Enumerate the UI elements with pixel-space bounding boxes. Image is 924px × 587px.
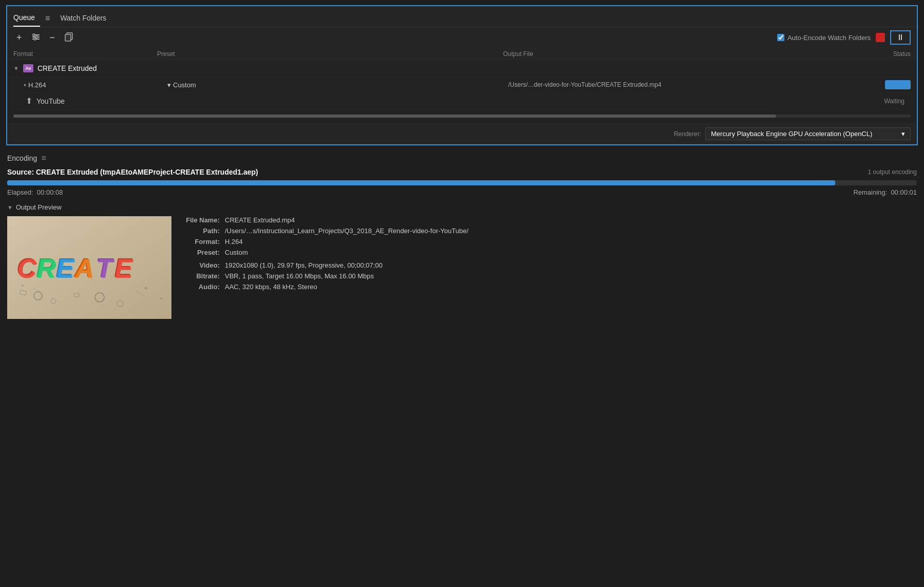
encoding-header: Encoding ≡ <box>7 154 917 163</box>
record-button[interactable] <box>876 33 885 42</box>
encoding-progress-fill <box>7 180 835 185</box>
queue-publish-row: ⬆ YouTube Waiting <box>7 93 917 109</box>
col-output-file: Output File <box>503 50 849 58</box>
encoding-title: Encoding <box>7 154 37 162</box>
toolbar-right: Auto-Encode Watch Folders ⏸ <box>777 30 911 45</box>
preview-title: Output Preview <box>16 203 62 211</box>
queue-subitem: ▾ H.264 ▾ Custom /Users/…der-video-for-Y… <box>7 77 917 93</box>
remove-item-button[interactable]: − <box>47 32 59 43</box>
col-format: Format <box>13 50 157 58</box>
queue-progress-container <box>7 109 917 123</box>
audio-value: AAC, 320 kbps, 48 kHz, Stereo <box>225 283 317 291</box>
queue-item-group: ▼ Ae CREATE Extruded ▾ H.264 ▾ Custom /U… <box>7 60 917 109</box>
encoding-progress-track <box>7 180 917 185</box>
preset-label: Preset: <box>184 249 220 256</box>
queue-progress-track <box>13 115 911 118</box>
renderer-label: Renderer: <box>674 130 701 138</box>
encoding-panel: Encoding ≡ Source: CREATE Extruded (tmpA… <box>0 148 924 587</box>
info-row-video: Video: 1920x1080 (1.0), 29.97 fps, Progr… <box>184 261 917 269</box>
col-status: Status <box>849 50 911 58</box>
svg-point-5 <box>34 38 36 40</box>
tab-watch-folders[interactable]: Watch Folders <box>60 11 111 26</box>
add-item-button[interactable]: + <box>13 32 25 43</box>
output-preview-section: ▼ Output Preview <box>7 203 917 319</box>
settings-button[interactable] <box>28 31 44 44</box>
col-preset: Preset <box>157 50 503 58</box>
encoding-menu-icon[interactable]: ≡ <box>41 154 46 163</box>
renderer-chevron-icon: ▾ <box>901 130 905 138</box>
queue-toolbar: + − <box>7 27 917 48</box>
youtube-label: YouTube <box>36 97 65 105</box>
preset-cell[interactable]: ▾ Custom <box>167 81 508 89</box>
format-value: H.264 <box>225 238 243 245</box>
path-label: Path: <box>184 227 220 235</box>
info-row-path: Path: /Users/…s/Instructional_Learn_Proj… <box>184 227 917 235</box>
queue-progress-fill <box>13 115 776 118</box>
encoding-status-bar <box>885 80 911 89</box>
renderer-dropdown[interactable]: Mercury Playback Engine GPU Acceleration… <box>705 127 911 140</box>
svg-point-4 <box>35 36 37 38</box>
pause-button[interactable]: ⏸ <box>890 30 911 45</box>
auto-encode-label[interactable]: Auto-Encode Watch Folders <box>777 34 871 42</box>
item-title-text: CREATE Extruded <box>37 64 97 72</box>
waiting-status: Waiting <box>884 98 911 105</box>
source-row: Source: CREATE Extruded (tmpAEtoAMEProje… <box>7 168 917 176</box>
output-file-cell: /Users/…der-video-for-YouTube/CREATE Ext… <box>508 81 849 88</box>
filename-value: CREATE Extruded.mp4 <box>225 216 295 224</box>
svg-text:A: A <box>74 254 94 283</box>
main-container: Queue ≡ Watch Folders + − <box>0 0 924 587</box>
thumbnail-svg: C C R R E E A A T T <box>7 216 171 319</box>
status-cell <box>849 80 911 89</box>
preset-value: Custom <box>173 81 196 89</box>
svg-point-3 <box>33 34 35 36</box>
svg-point-29 <box>22 285 24 287</box>
upload-icon: ⬆ <box>26 96 32 106</box>
preset-value: Custom <box>225 249 248 256</box>
svg-text:T: T <box>97 254 115 283</box>
svg-text:C: C <box>17 254 37 283</box>
format-dropdown[interactable]: ▾ H.264 <box>24 81 46 89</box>
queue-tabs-bar: Queue ≡ Watch Folders <box>7 6 917 27</box>
renderer-bar: Renderer: Mercury Playback Engine GPU Ac… <box>7 123 917 144</box>
filename-label: File Name: <box>184 216 220 224</box>
format-label: Format: <box>184 238 220 245</box>
collapse-arrow-icon[interactable]: ▼ <box>13 65 19 71</box>
video-label: Video: <box>184 261 220 269</box>
format-value: H.264 <box>28 81 46 89</box>
output-count: 1 output encoding <box>868 168 917 176</box>
svg-text:R: R <box>37 254 56 283</box>
queue-panel: Queue ≡ Watch Folders + − <box>6 5 918 145</box>
preview-collapse-icon: ▼ <box>7 204 13 211</box>
svg-point-31 <box>160 297 162 299</box>
info-row-audio: Audio: AAC, 320 kbps, 48 kHz, Stereo <box>184 283 917 291</box>
output-preview-header[interactable]: ▼ Output Preview <box>7 203 917 211</box>
preset-arrow-icon: ▾ <box>167 81 171 89</box>
path-value: /Users/…s/Instructional_Learn_Projects/Q… <box>225 227 469 235</box>
renderer-value: Mercury Playback Engine GPU Acceleration… <box>711 130 872 138</box>
svg-text:E: E <box>56 254 75 283</box>
info-row-bitrate: Bitrate: VBR, 1 pass, Target 16.00 Mbps,… <box>184 272 917 280</box>
elapsed-text: Elapsed: 00:00:08 <box>7 188 63 196</box>
bitrate-value: VBR, 1 pass, Target 16.00 Mbps, Max 16.0… <box>225 272 374 280</box>
info-row-filename: File Name: CREATE Extruded.mp4 <box>184 216 917 224</box>
source-text: Source: CREATE Extruded (tmpAEtoAMEProje… <box>7 168 258 176</box>
audio-label: Audio: <box>184 283 220 291</box>
queue-menu-icon[interactable]: ≡ <box>45 14 50 23</box>
video-value: 1920x1080 (1.0), 29.97 fps, Progressive,… <box>225 261 382 269</box>
format-arrow-icon: ▾ <box>24 82 26 88</box>
svg-rect-7 <box>65 34 71 41</box>
ae-icon: Ae <box>23 64 33 72</box>
file-info: File Name: CREATE Extruded.mp4 Path: /Us… <box>184 216 917 319</box>
auto-encode-checkbox[interactable] <box>777 34 784 41</box>
tab-queue[interactable]: Queue <box>13 10 40 27</box>
info-row-preset: Preset: Custom <box>184 249 917 256</box>
queue-table-header: Format Preset Output File Status <box>7 48 917 60</box>
duplicate-button[interactable] <box>61 31 76 44</box>
svg-point-30 <box>145 287 147 290</box>
toolbar-left: + − <box>13 31 76 44</box>
bitrate-label: Bitrate: <box>184 272 220 280</box>
svg-text:E: E <box>115 254 133 283</box>
info-row-format: Format: H.264 <box>184 238 917 245</box>
remaining-text: Remaining: 00:00:01 <box>853 188 917 196</box>
preview-content: C C R R E E A A T T <box>7 216 917 319</box>
